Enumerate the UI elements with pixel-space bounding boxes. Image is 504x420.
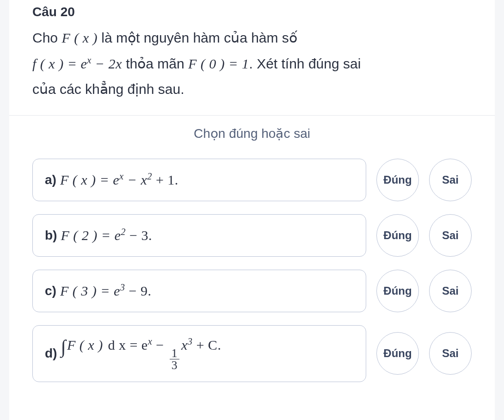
option-c-box: c) F ( 3 ) = e3 − 9. [32, 270, 366, 312]
instruction-text: Chọn đúng hoặc sai [32, 126, 472, 141]
option-a-expr: F ( x ) = ex − x2 + 1. [60, 171, 178, 188]
option-a-pre: F ( x ) = e [60, 173, 119, 188]
option-c-tail: − 9. [125, 284, 151, 299]
option-a-choices: Đúng Sai [376, 159, 472, 201]
option-b-true-button[interactable]: Đúng [376, 214, 419, 257]
option-c-pre: F ( 3 ) = e [60, 284, 120, 299]
prompt-line3: của các khẳng định sau. [32, 81, 184, 97]
option-b-exp: 2 [121, 227, 126, 237]
option-d-label: d) [45, 346, 57, 361]
option-d-frac-num: 1 [170, 347, 179, 359]
option-d-exp: x [148, 336, 153, 346]
option-row-a: a) F ( x ) = ex − x2 + 1. Đúng Sai [32, 159, 472, 201]
option-c-expr: F ( 3 ) = e3 − 9. [60, 282, 152, 299]
option-d-fraction: 13 [170, 347, 179, 371]
question-header: Câu 20 Cho F ( x ) là một nguyên hàm của… [32, 0, 472, 102]
option-c-exp: 3 [120, 282, 125, 292]
prompt-fx-exp: x [87, 55, 92, 65]
question-card: Câu 20 Cho F ( x ) là một nguyên hàm của… [9, 0, 495, 420]
integral-icon: ∫ [61, 336, 66, 357]
option-c-true-button[interactable]: Đúng [376, 270, 419, 312]
option-row-d: d) ∫F ( x )d x = ex − 13x3 + C. Đúng Sai [32, 325, 472, 382]
prompt-tail2: . Xét tính đúng sai [249, 56, 361, 71]
option-d-x: x [181, 337, 188, 352]
divider [9, 115, 495, 116]
option-b-pre: F ( 2 ) = e [61, 228, 121, 243]
option-a-label: a) [45, 173, 56, 187]
option-a-box: a) F ( x ) = ex − x2 + 1. [32, 159, 366, 201]
option-b-choices: Đúng Sai [376, 214, 472, 257]
option-b-expr: F ( 2 ) = e2 − 3. [61, 227, 152, 243]
option-d-expr: ∫F ( x )d x = ex − 13x3 + C. [61, 336, 221, 371]
prompt-fx-eq: f ( x ) = e [32, 56, 87, 71]
option-d-dx: d x = e [108, 337, 148, 352]
option-c-false-button[interactable]: Sai [429, 270, 472, 312]
prompt-fx-2x: − 2x [92, 56, 122, 71]
option-a-sq: 2 [147, 171, 152, 181]
option-d-box: d) ∫F ( x )d x = ex − 13x3 + C. [32, 325, 366, 382]
option-d-minus: − [152, 337, 167, 352]
prompt-func-Fx: F ( x ) [61, 30, 98, 45]
option-a-true-button[interactable]: Đúng [376, 159, 419, 201]
option-b-box: b) F ( 2 ) = e2 − 3. [32, 214, 366, 257]
option-d-cube: 3 [188, 336, 193, 346]
prompt-mid: thỏa mãn [122, 56, 188, 71]
prompt-line1-post: là một nguyên hàm của hàm số [98, 30, 297, 45]
option-b-false-button[interactable]: Sai [429, 214, 472, 257]
option-c-choices: Đúng Sai [376, 270, 472, 312]
option-d-false-button[interactable]: Sai [429, 332, 472, 375]
option-d-Fx: F ( x ) [67, 337, 103, 352]
option-d-tail: + C. [192, 337, 221, 352]
question-prompt: Cho F ( x ) là một nguyên hàm của hàm số… [32, 25, 472, 102]
option-d-frac-den: 3 [170, 359, 179, 371]
option-b-label: b) [45, 228, 57, 243]
option-a-exp: x [119, 171, 124, 181]
option-row-c: c) F ( 3 ) = e3 − 9. Đúng Sai [32, 270, 472, 312]
option-a-tail: + 1. [152, 173, 178, 188]
question-number: Câu 20 [32, 5, 472, 19]
option-a-false-button[interactable]: Sai [429, 159, 472, 201]
option-c-label: c) [45, 284, 56, 298]
prompt-pre: Cho [32, 30, 61, 45]
option-d-true-button[interactable]: Đúng [376, 332, 419, 375]
option-d-choices: Đúng Sai [376, 325, 472, 382]
option-row-b: b) F ( 2 ) = e2 − 3. Đúng Sai [32, 214, 472, 257]
option-a-post: − x [124, 173, 148, 188]
prompt-fx: f ( x ) = ex − 2x [32, 56, 122, 71]
option-b-tail: − 3. [126, 228, 152, 243]
prompt-F0: F ( 0 ) = 1 [188, 56, 249, 71]
